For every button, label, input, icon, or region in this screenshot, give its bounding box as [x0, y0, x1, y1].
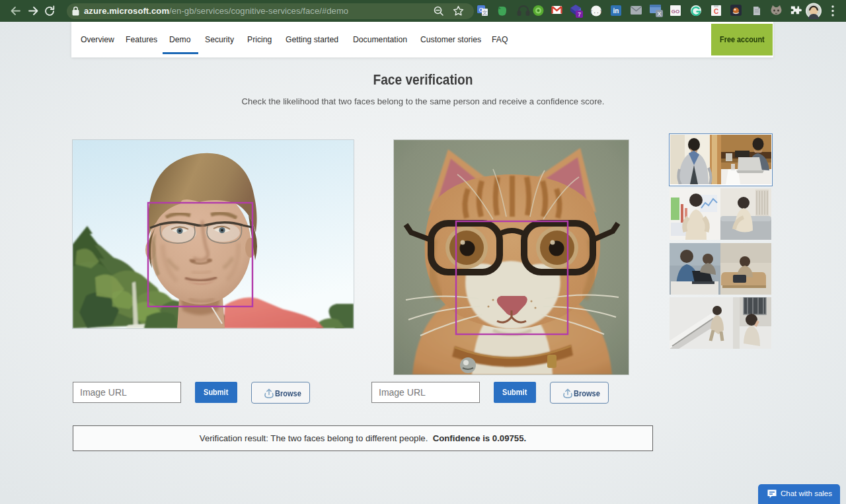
svg-text:7: 7	[578, 11, 581, 18]
svg-text:C: C	[714, 8, 718, 15]
svg-text:X: X	[657, 11, 661, 17]
svg-text:文: 文	[482, 10, 488, 16]
svg-text:(..): (..)	[590, 9, 602, 15]
svg-text:GO: GO	[672, 9, 679, 15]
svg-text:in: in	[613, 7, 619, 15]
